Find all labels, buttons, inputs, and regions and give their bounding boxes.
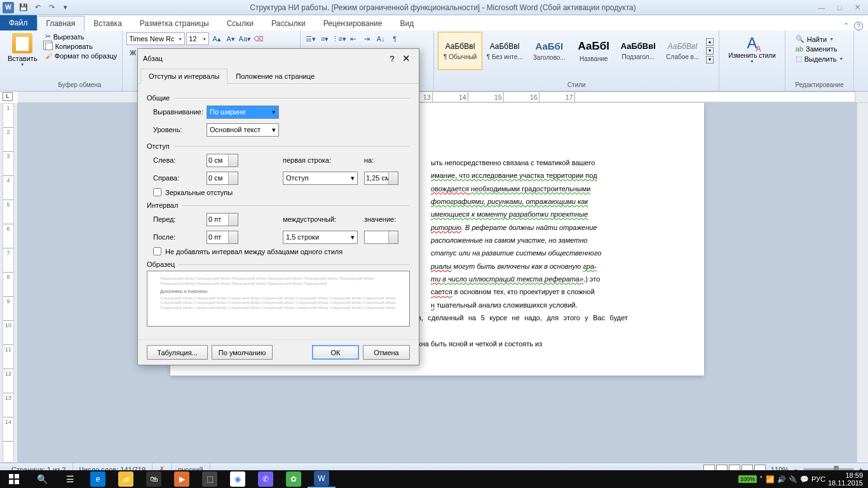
media-button[interactable]: ▶ [168,470,196,488]
chevron-down-icon: ▼ [20,62,25,67]
indent-left-input[interactable]: 0 см [207,154,238,167]
undo-icon[interactable]: ↶ [31,1,44,14]
dialog-help-button[interactable]: ? [386,54,398,64]
bullets-icon[interactable]: ☰▾ [304,32,317,45]
search-button[interactable]: 🔍 [28,470,56,488]
dialog-tab-position[interactable]: Положение на странице [227,69,323,84]
start-button[interactable] [0,470,28,488]
indent-right-label: Справа: [147,174,207,182]
redo-icon[interactable]: ↷ [44,1,58,14]
style-item[interactable]: АаБбВвІПодзагол... [616,32,660,70]
tabs-button[interactable]: Табуляция... [147,345,208,360]
chrome-button[interactable]: ◉ [224,470,252,488]
view-tab[interactable]: Вид [391,16,423,30]
save-icon[interactable]: 💾 [17,1,31,14]
mirror-indents-checkbox[interactable]: Зеркальные отступы [147,188,410,196]
help-icon[interactable]: ? [854,22,863,30]
insert-tab[interactable]: Вставка [85,16,131,30]
network-icon[interactable]: 📶 [766,475,775,484]
styles-more-button[interactable]: ▾ [706,56,714,64]
no-space-checkbox[interactable]: Не добавлять интервал между абзацами одн… [147,247,410,255]
ok-button[interactable]: ОК [312,345,359,360]
mailings-tab[interactable]: Рассылки [262,16,315,30]
viber-button[interactable]: ✆ [252,470,280,488]
space-after-input[interactable]: 0 пт [207,231,238,244]
vertical-scrollbar[interactable] [857,103,868,463]
change-styles-icon: AA [747,34,757,52]
tab-stop-selector[interactable]: L [3,92,13,101]
multilevel-icon[interactable]: ⋮≡▾ [332,32,345,45]
file-tab[interactable]: Файл [0,15,37,30]
minimize-button[interactable]: — [813,1,830,14]
style-item[interactable]: АаБбВвІСлабое в... [660,32,705,70]
cut-button[interactable]: ✂Вырезать [44,32,119,41]
paste-icon [12,33,32,53]
grow-font-icon[interactable]: A▴ [210,32,223,45]
line-spacing-at-input[interactable] [364,231,398,244]
first-line-by-input[interactable]: 1,25 см [364,172,398,185]
style-item[interactable]: АаБбВвІ¶ Обычный [438,32,482,70]
explorer-button[interactable]: 📁 [112,470,140,488]
svg-rect-1 [15,474,19,478]
clear-format-icon[interactable]: ⌫ [252,32,265,45]
qat-dropdown-icon[interactable]: ▾ [58,1,72,14]
first-line-select[interactable]: Отступ▾ [283,172,358,185]
font-size-select[interactable]: 12▼ [186,32,209,45]
styles-scroll-down[interactable]: ▾ [706,47,714,55]
alignment-select[interactable]: По ширине▾ [207,105,279,119]
styles-scroll-up[interactable]: ▴ [706,38,714,46]
ribbon-minimize-icon[interactable]: ⌃ [843,22,849,30]
references-tab[interactable]: Ссылки [218,16,262,30]
line-spacing-select[interactable]: 1,5 строки▾ [283,231,358,244]
dialog-close-button[interactable]: ✕ [398,53,414,64]
indent-right-input[interactable]: 0 см [207,172,238,185]
pilcrow-icon[interactable]: ¶ [388,32,401,45]
word-taskbar-button[interactable]: W [308,470,336,488]
power-icon[interactable]: 🔌 [789,475,797,484]
copy-button[interactable]: Копировать [44,42,119,51]
select-button[interactable]: ⬚Выделить ▼ [794,54,845,64]
vertical-ruler[interactable]: 1234567891011121314 [0,103,18,463]
style-item[interactable]: АаБбІЗаголово... [527,32,571,70]
battery-status[interactable]: 100% [738,475,757,483]
layout-tab[interactable]: Разметка страницы [131,16,218,30]
dialog-tab-indents[interactable]: Отступы и интервалы [140,69,227,84]
edge-button[interactable]: e [84,470,112,488]
close-button[interactable]: ✕ [849,1,865,14]
icq-button[interactable]: ✿ [280,470,308,488]
find-button[interactable]: 🔍Найти ▼ [794,34,845,44]
volume-icon[interactable]: 🔊 [777,475,786,484]
default-button[interactable]: По умолчанию [212,345,273,360]
task-view-button[interactable]: ☰ [56,470,84,488]
change-styles-button[interactable]: AA Изменить стили ▼ [723,32,780,66]
maximize-button[interactable]: □ [831,1,848,14]
cancel-button[interactable]: Отмена [363,345,410,360]
decrease-indent-icon[interactable]: ⇤ [346,32,359,45]
language-indicator[interactable]: РУС [811,475,825,483]
tray-chevron-icon[interactable]: ˄ [759,475,763,484]
window-title: Структура НИ работы. [Режим ограниченной… [72,3,813,12]
outline-level-select[interactable]: Основной текст▾ [207,123,279,137]
numbering-icon[interactable]: ≡▾ [318,32,331,45]
change-case-icon[interactable]: Aa▾ [238,32,251,45]
increase-indent-icon[interactable]: ⇥ [360,32,373,45]
space-before-input[interactable]: 0 пт [207,213,238,226]
svg-rect-3 [15,480,19,484]
review-tab[interactable]: Рецензирование [315,16,391,30]
taskbar-app-1[interactable]: ⬚ [196,470,224,488]
style-item[interactable]: АаБбІНазвание [571,32,616,70]
taskbar: 🔍 ☰ e 📁 🛍 ▶ ⬚ ◉ ✆ ✿ W 100% ˄ 📶 🔊 🔌 💬 РУС… [0,470,868,488]
paste-button[interactable]: Вставить ▼ [4,32,41,90]
home-tab[interactable]: Главная [37,16,85,30]
shrink-font-icon[interactable]: A▾ [224,32,237,45]
notification-icon[interactable]: 💬 [800,475,809,484]
style-item[interactable]: АаБбВвІ¶ Без инте... [482,32,527,70]
sort-icon[interactable]: A↓ [374,32,387,45]
font-name-select[interactable]: Times New Rc▼ [126,32,185,45]
brush-icon: 🖌 [45,52,52,60]
format-painter-button[interactable]: 🖌Формат по образцу [44,51,119,60]
store-button[interactable]: 🛍 [140,470,168,488]
clock[interactable]: 18:59 18.11.2015 [828,471,863,487]
scissors-icon: ✂ [45,32,51,41]
replace-button[interactable]: abЗаменить [794,44,845,53]
